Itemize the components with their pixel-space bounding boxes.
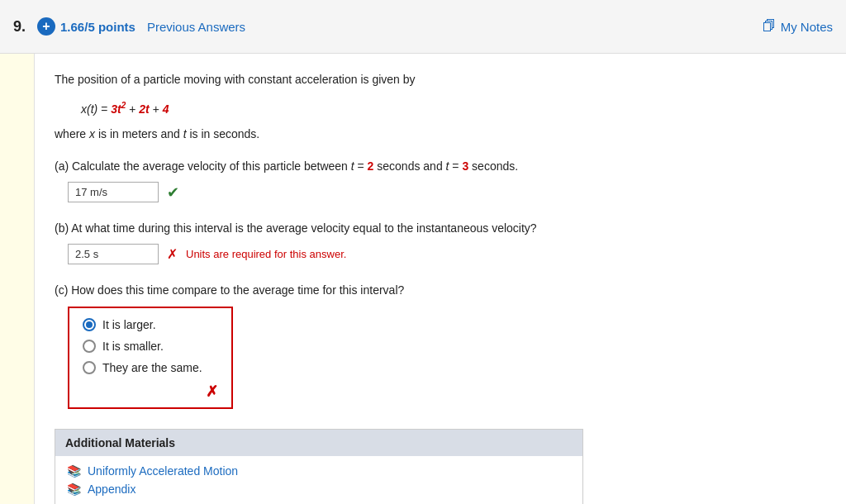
problem-intro: The position of a particle moving with c… bbox=[55, 70, 826, 88]
part-b: (b) At what time during this interval is… bbox=[55, 219, 826, 264]
part-a-input[interactable] bbox=[68, 182, 159, 202]
eq-term3: 4 bbox=[163, 102, 169, 116]
am-link-label-uniformly: Uniformly Accelerated Motion bbox=[88, 464, 238, 478]
radio-circle-smaller bbox=[83, 340, 96, 353]
notes-icon: 🗍 bbox=[763, 19, 776, 34]
part-b-answer-row: ✗ Units are required for this answer. bbox=[68, 244, 826, 264]
am-link-label-appendix: Appendix bbox=[88, 483, 135, 496]
radio-circle-same bbox=[83, 361, 96, 374]
radio-label-larger: It is larger. bbox=[102, 318, 156, 331]
where-line: where x is in meters and t is in seconds… bbox=[55, 125, 826, 143]
radio-option-smaller[interactable]: It is smaller. bbox=[83, 340, 218, 353]
radio-option-larger[interactable]: It is larger. bbox=[83, 318, 218, 331]
part-c-error-icon: ✗ bbox=[83, 383, 218, 401]
radio-option-same[interactable]: They are the same. bbox=[83, 361, 218, 374]
eq-term2: 2t bbox=[139, 102, 149, 116]
part-a-answer-row: ✔ bbox=[68, 182, 826, 202]
am-link-appendix[interactable]: 📚 Appendix bbox=[67, 483, 571, 496]
problem-intro-text: The position of a particle moving with c… bbox=[55, 73, 416, 86]
additional-materials-header: Additional Materials bbox=[55, 430, 582, 456]
question-number: 9. bbox=[13, 18, 26, 36]
points-label: 1.66/5 points bbox=[60, 20, 135, 34]
part-b-input[interactable] bbox=[68, 244, 159, 264]
my-notes-button[interactable]: 🗍 My Notes bbox=[763, 19, 833, 34]
eq-x: x bbox=[81, 102, 87, 116]
part-b-label: (b) At what time during this interval is… bbox=[55, 219, 826, 237]
part-c: (c) How does this time compare to the av… bbox=[55, 281, 826, 408]
plus-circle-icon: + bbox=[37, 17, 55, 36]
radio-label-smaller: It is smaller. bbox=[102, 340, 164, 353]
header-bar: 9. + 1.66/5 points Previous Answers 🗍 My… bbox=[0, 0, 846, 54]
eq-term1: 3t2 bbox=[111, 102, 126, 116]
am-link-uniformly[interactable]: 📚 Uniformly Accelerated Motion bbox=[67, 464, 571, 478]
radio-label-same: They are the same. bbox=[102, 361, 202, 374]
my-notes-label: My Notes bbox=[781, 20, 833, 34]
left-sidebar bbox=[0, 54, 35, 504]
content-area: The position of a particle moving with c… bbox=[0, 54, 846, 504]
header-left: 9. + 1.66/5 points Previous Answers bbox=[13, 17, 245, 36]
part-a-correct-icon: ✔ bbox=[167, 183, 179, 202]
radio-inner-larger bbox=[86, 321, 93, 328]
part-c-radio-group: It is larger. It is smaller. They are th… bbox=[68, 307, 233, 409]
previous-answers-link[interactable]: Previous Answers bbox=[147, 20, 245, 34]
book-icon-2: 📚 bbox=[67, 483, 81, 496]
main-content: The position of a particle moving with c… bbox=[35, 54, 846, 504]
part-a-label: (a) Calculate the average velocity of th… bbox=[55, 157, 826, 175]
points-badge: + 1.66/5 points bbox=[37, 17, 135, 36]
part-b-error-icon: ✗ bbox=[167, 246, 178, 262]
book-icon-1: 📚 bbox=[67, 464, 81, 478]
part-c-label: (c) How does this time compare to the av… bbox=[55, 281, 826, 299]
part-a: (a) Calculate the average velocity of th… bbox=[55, 157, 826, 202]
additional-materials: Additional Materials 📚 Uniformly Acceler… bbox=[55, 429, 583, 504]
equation-line: x(t) = 3t2 + 2t + 4 bbox=[81, 98, 826, 120]
part-b-error-message: Units are required for this answer. bbox=[186, 248, 346, 260]
radio-circle-larger bbox=[83, 318, 96, 331]
additional-materials-body: 📚 Uniformly Accelerated Motion 📚 Appendi… bbox=[55, 456, 582, 504]
